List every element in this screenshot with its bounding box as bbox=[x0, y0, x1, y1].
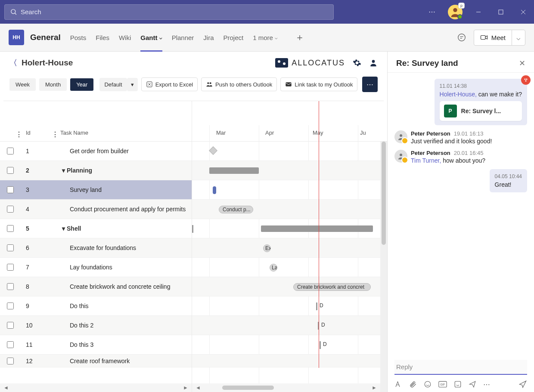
timeline-vscroll[interactable] bbox=[380, 142, 387, 392]
add-tab-button[interactable]: ＋ bbox=[295, 31, 304, 44]
task-bar[interactable]: Conduct p... bbox=[219, 206, 253, 213]
row-checkbox[interactable] bbox=[7, 264, 14, 271]
search-input[interactable] bbox=[21, 8, 328, 15]
tab-project[interactable]: Project bbox=[224, 24, 244, 51]
tab-more[interactable]: 1 more ⌵ bbox=[253, 24, 278, 51]
table-row[interactable]: 6Excavate for foundations bbox=[0, 238, 192, 258]
search-box[interactable] bbox=[4, 4, 334, 20]
timeline-row[interactable] bbox=[192, 219, 387, 238]
row-checkbox[interactable] bbox=[7, 283, 14, 290]
task-bar[interactable] bbox=[213, 186, 216, 194]
tab-posts[interactable]: Posts bbox=[70, 24, 87, 51]
row-checkbox[interactable] bbox=[7, 302, 14, 309]
teams-reaction-icon[interactable] bbox=[521, 75, 531, 85]
timeline-row[interactable]: Ex bbox=[192, 238, 387, 258]
table-row[interactable]: 8Create brickwork and concrete ceiling bbox=[0, 277, 192, 296]
toggle-conversation-button[interactable] bbox=[454, 30, 469, 45]
column-id-header[interactable]: Id bbox=[21, 130, 55, 136]
chat-message-self[interactable]: 11.01 14:38 Holert-House, can we make it… bbox=[435, 79, 527, 125]
tab-files[interactable]: Files bbox=[96, 24, 109, 51]
user-icon[interactable] bbox=[369, 59, 378, 67]
table-row[interactable]: 12Create roof framework bbox=[0, 355, 192, 367]
view-year-button[interactable]: Year bbox=[70, 78, 93, 91]
row-checkbox[interactable] bbox=[7, 148, 14, 154]
task-bar[interactable]: Ex bbox=[263, 244, 271, 252]
timeline-row[interactable] bbox=[192, 161, 387, 180]
timeline-row[interactable]: La bbox=[192, 258, 387, 277]
format-icon[interactable] bbox=[394, 380, 402, 388]
user-avatar[interactable]: p bbox=[448, 5, 463, 19]
tab-wiki[interactable]: Wiki bbox=[119, 24, 131, 51]
collapse-icon[interactable]: ▾ bbox=[62, 225, 65, 232]
channel-mention[interactable]: Holert-House, bbox=[440, 91, 477, 98]
table-row[interactable]: 10Do this 2 bbox=[0, 316, 192, 335]
attach-icon[interactable] bbox=[409, 380, 417, 388]
collapse-icon[interactable]: ▾ bbox=[62, 167, 65, 174]
more-icon[interactable]: ⋯ bbox=[425, 6, 438, 19]
timeline-row[interactable] bbox=[192, 355, 387, 367]
toolbar-more-button[interactable]: ⋯ bbox=[362, 77, 378, 92]
sticker-icon[interactable] bbox=[454, 380, 462, 388]
back-button[interactable]: 〈 bbox=[9, 58, 17, 68]
send-button[interactable] bbox=[518, 380, 527, 389]
gantt-timeline[interactable]: Mar Apr May Ju Conduct p... Ex La Create… bbox=[192, 101, 387, 392]
gif-icon[interactable]: GIF bbox=[438, 381, 447, 388]
table-row[interactable]: 4Conduct procurement and apply for permi… bbox=[0, 200, 192, 219]
table-row[interactable]: 5▾Shell bbox=[0, 219, 192, 238]
summary-bar[interactable] bbox=[209, 167, 259, 174]
zoom-dropdown[interactable]: ▾ bbox=[127, 78, 138, 91]
maximize-button[interactable] bbox=[494, 6, 507, 19]
schedule-icon[interactable] bbox=[469, 380, 476, 388]
task-bar[interactable]: Create brickwork and concret bbox=[293, 283, 371, 291]
tab-jira[interactable]: Jira bbox=[203, 24, 214, 51]
chat-message[interactable]: Peter Peterson20.01 16:45 Tim Turner, ho… bbox=[394, 150, 527, 164]
table-row[interactable]: 11Do this 3 bbox=[0, 335, 192, 355]
tab-gantt[interactable]: Gantt ⌵ bbox=[140, 24, 162, 51]
task-card[interactable]: P Re: Survey l... bbox=[440, 101, 522, 121]
task-bar[interactable]: La bbox=[270, 264, 277, 272]
compose-more-icon[interactable]: ⋯ bbox=[483, 380, 490, 389]
minimize-button[interactable] bbox=[472, 6, 485, 19]
scroll-right-icon[interactable]: ► bbox=[371, 384, 378, 391]
table-row[interactable]: 1Get order from builder bbox=[0, 142, 192, 161]
close-conversation-button[interactable]: ✕ bbox=[519, 59, 525, 68]
timeline-row[interactable] bbox=[192, 142, 387, 161]
table-row[interactable]: 2▾Planning bbox=[0, 161, 192, 180]
table-row[interactable]: 9Do this bbox=[0, 296, 192, 316]
link-outlook-button[interactable]: Link task to my Outlook bbox=[280, 77, 357, 91]
row-checkbox[interactable] bbox=[7, 341, 14, 348]
timeline-hscroll[interactable]: ◄ ► bbox=[192, 383, 380, 392]
meet-dropdown[interactable]: ⌵ bbox=[512, 30, 525, 45]
row-checkbox[interactable] bbox=[7, 186, 14, 193]
timeline-row[interactable] bbox=[192, 180, 387, 200]
column-menu-id[interactable]: ⋮ bbox=[52, 130, 59, 139]
row-checkbox[interactable] bbox=[7, 322, 14, 329]
export-excel-button[interactable]: Export to Excel bbox=[141, 77, 198, 91]
user-mention[interactable]: Tim Turner, bbox=[411, 157, 441, 164]
push-outlook-button[interactable]: Push to others Outlook bbox=[201, 77, 277, 91]
timeline-row[interactable]: D bbox=[192, 335, 387, 355]
scroll-right-icon[interactable]: ► bbox=[182, 384, 189, 391]
scroll-left-icon[interactable]: ◄ bbox=[195, 384, 202, 391]
timeline-row[interactable]: D bbox=[192, 296, 387, 316]
row-checkbox[interactable] bbox=[7, 167, 14, 174]
column-menu-checkbox[interactable]: ⋮ bbox=[16, 130, 22, 139]
message-avatar[interactable] bbox=[394, 150, 407, 163]
chat-message-self[interactable]: 04.05 10:44 Great! bbox=[490, 169, 527, 192]
emoji-icon[interactable] bbox=[424, 380, 432, 388]
timeline-row[interactable]: Conduct p... bbox=[192, 200, 387, 219]
table-hscroll[interactable]: ◄ ► bbox=[0, 383, 192, 392]
scroll-left-icon[interactable]: ◄ bbox=[3, 384, 9, 391]
message-avatar[interactable] bbox=[394, 130, 407, 143]
team-avatar[interactable]: HH bbox=[9, 30, 24, 45]
close-button[interactable] bbox=[517, 6, 530, 19]
row-checkbox[interactable] bbox=[7, 244, 14, 251]
reply-input[interactable] bbox=[394, 360, 527, 375]
table-row[interactable]: 7Lay foundations bbox=[0, 258, 192, 277]
timeline-row[interactable]: D bbox=[192, 316, 387, 335]
tab-planner[interactable]: Planner bbox=[172, 24, 194, 51]
table-row-selected[interactable]: 3Survey land bbox=[0, 180, 192, 200]
row-checkbox[interactable] bbox=[7, 206, 14, 213]
column-task-header[interactable]: Task Name bbox=[55, 130, 192, 136]
row-checkbox[interactable] bbox=[7, 358, 14, 364]
